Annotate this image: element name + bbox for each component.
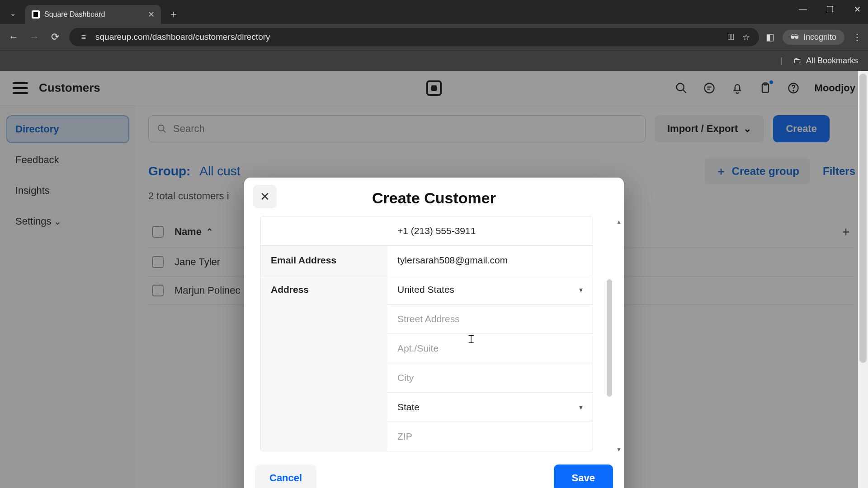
page-scrollbar[interactable] — [858, 71, 868, 488]
email-input[interactable] — [387, 246, 593, 275]
incognito-chip[interactable]: 🕶 Incognito — [783, 30, 844, 45]
square-app: Customers Moodjoy Directory Feedback Ins… — [0, 71, 868, 488]
modal-footer: Cancel Save — [244, 455, 624, 488]
all-bookmarks-link[interactable]: All Bookmarks — [806, 56, 858, 66]
address-bar: ← → ⟳ ≡ squareup.com/dashboard/customers… — [0, 24, 868, 50]
phone-input[interactable] — [387, 216, 593, 245]
city-input[interactable] — [387, 363, 593, 392]
save-button[interactable]: Save — [554, 465, 613, 488]
tabs-dropdown[interactable]: ⌄ — [4, 4, 22, 22]
email-label: Email Address — [261, 246, 387, 275]
country-value: United States — [397, 284, 454, 295]
modal-title: Create Customer — [244, 189, 624, 207]
bookmarks-bar: | 🗀 All Bookmarks — [0, 50, 868, 71]
country-select[interactable]: United States ▾ — [387, 275, 593, 304]
customer-form: . Email Address Address — [260, 216, 593, 451]
close-icon: ✕ — [260, 190, 270, 204]
site-info-icon[interactable]: ≡ — [78, 32, 89, 42]
scroll-up-icon[interactable]: ▲ — [616, 219, 622, 225]
cancel-button[interactable]: Cancel — [255, 465, 316, 488]
new-tab-button[interactable]: ＋ — [165, 5, 183, 23]
side-panel-icon[interactable]: ◧ — [766, 32, 774, 42]
chevron-down-icon: ▾ — [579, 403, 583, 412]
scrollbar-thumb[interactable] — [859, 74, 867, 363]
incognito-label: Incognito — [803, 33, 836, 42]
tracking-off-icon[interactable]: 👁̶ — [728, 32, 734, 42]
bookmark-star-icon[interactable]: ☆ — [742, 32, 750, 42]
state-select[interactable]: State ▾ — [387, 393, 593, 422]
nav-reload-icon[interactable]: ⟳ — [48, 30, 62, 44]
modal-body: ▲ ▼ . Email Address — [244, 216, 624, 455]
window-close-icon[interactable]: ✕ — [851, 5, 863, 14]
nav-back-icon[interactable]: ← — [6, 30, 21, 44]
square-favicon-icon — [32, 10, 40, 19]
window-minimize-icon[interactable]: — — [797, 5, 809, 14]
create-customer-modal: ✕ Create Customer ▲ ▼ . Email Address — [244, 178, 624, 488]
bookmarks-folder-icon[interactable]: 🗀 — [793, 56, 802, 66]
tab-close-icon[interactable]: ✕ — [148, 9, 155, 19]
apt-input[interactable] — [387, 334, 593, 363]
browser-tab[interactable]: Square Dashboard ✕ — [25, 5, 161, 24]
chevron-down-icon: ▾ — [579, 286, 583, 294]
scroll-down-icon[interactable]: ▼ — [616, 446, 622, 453]
inner-scrollbar-thumb[interactable] — [607, 279, 612, 397]
window-maximize-icon[interactable]: ❐ — [824, 5, 836, 14]
window-controls: — ❐ ✕ — [797, 5, 863, 14]
url-text: squareup.com/dashboard/customers/directo… — [95, 32, 270, 42]
browser-chrome: ⌄ Square Dashboard ✕ ＋ — ❐ ✕ ← → ⟳ ≡ squ… — [0, 0, 868, 71]
tab-title: Square Dashboard — [44, 10, 105, 19]
nav-forward-icon[interactable]: → — [27, 30, 42, 44]
street-input[interactable] — [387, 305, 593, 333]
modal-close-button[interactable]: ✕ — [253, 185, 277, 208]
chrome-menu-icon[interactable]: ⋮ — [853, 32, 862, 42]
incognito-icon: 🕶 — [791, 33, 799, 42]
omnibox[interactable]: ≡ squareup.com/dashboard/customers/direc… — [69, 27, 760, 47]
zip-input[interactable] — [387, 422, 593, 451]
address-label: Address — [261, 275, 387, 451]
state-value: State — [397, 402, 420, 413]
